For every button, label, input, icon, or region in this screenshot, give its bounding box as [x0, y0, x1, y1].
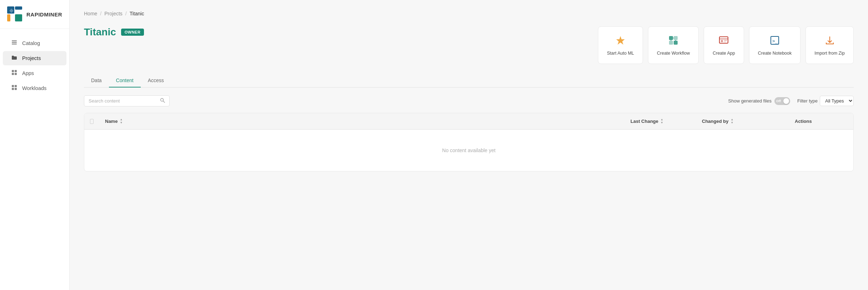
create-notebook-icon: >_: [769, 35, 780, 47]
breadcrumb: Home / Projects / Titanic: [84, 11, 854, 16]
apps-icon: [11, 70, 18, 77]
owner-badge: OWNER: [121, 29, 144, 36]
search-icon: [160, 98, 165, 104]
project-title: Titanic: [84, 26, 116, 38]
svg-rect-24: [719, 37, 728, 43]
search-input[interactable]: [89, 98, 157, 104]
th-name-sort[interactable]: ▲▼: [120, 118, 123, 124]
sidebar-item-catalog-label: Catalog: [22, 40, 40, 46]
th-name: Name ▲▼: [99, 113, 625, 129]
create-notebook-card[interactable]: >_ Create Notebook: [749, 26, 801, 64]
svg-marker-16: [616, 36, 625, 45]
svg-rect-10: [12, 73, 14, 75]
action-cards: Start Auto ML Create Workflow: [598, 26, 854, 64]
th-changed-by-sort[interactable]: ▲▼: [730, 118, 733, 124]
breadcrumb-projects[interactable]: Projects: [104, 11, 123, 16]
empty-table-message: No content available yet: [84, 130, 853, 171]
auto-ml-icon: [615, 35, 626, 47]
start-auto-ml-card[interactable]: Start Auto ML: [598, 26, 643, 64]
create-workflow-label: Create Workflow: [657, 51, 690, 56]
svg-rect-27: [724, 40, 727, 41]
projects-icon: [11, 55, 18, 62]
svg-rect-7: [12, 44, 17, 45]
search-box[interactable]: [84, 95, 170, 106]
breadcrumb-sep1: /: [100, 11, 101, 16]
sidebar-nav: Catalog Projects Apps Workloads: [0, 29, 69, 102]
import-from-zip-icon: [824, 35, 835, 47]
project-title-row: Titanic OWNER: [84, 26, 144, 38]
create-app-icon: [718, 35, 729, 47]
catalog-icon: [11, 40, 18, 47]
create-workflow-icon: [668, 35, 679, 47]
logo-text: RAPIDMINER: [26, 11, 62, 18]
tab-content[interactable]: Content: [109, 74, 141, 88]
table-header: Name ▲▼ Last Change ▲▼ Changed by ▲▼ Act…: [84, 113, 853, 130]
th-name-label: Name: [105, 119, 118, 124]
svg-rect-28: [724, 41, 726, 42]
th-changed-by-label: Changed by: [702, 119, 728, 124]
th-last-change: Last Change ▲▼: [625, 113, 696, 129]
svg-rect-3: [15, 14, 22, 21]
th-last-change-sort[interactable]: ▲▼: [660, 118, 663, 124]
sidebar-item-projects[interactable]: Projects: [3, 51, 66, 65]
svg-rect-1: [15, 6, 22, 10]
show-generated-toggle: Show generated files Off: [728, 97, 790, 105]
th-actions-label: Actions: [795, 119, 812, 124]
svg-rect-18: [674, 36, 678, 40]
tab-access[interactable]: Access: [141, 74, 171, 88]
page-header: Titanic OWNER Start Auto ML: [84, 26, 854, 64]
tab-data[interactable]: Data: [84, 74, 109, 88]
toggle-knob: [783, 98, 789, 104]
svg-rect-26: [721, 40, 723, 42]
svg-rect-11: [15, 73, 17, 75]
sidebar-item-apps[interactable]: Apps: [3, 66, 66, 80]
import-from-zip-label: Import from Zip: [814, 51, 845, 56]
content-toolbar: Show generated files Off Filter type All…: [84, 95, 854, 106]
logo: RAPIDMINER: [0, 0, 69, 29]
create-notebook-label: Create Notebook: [758, 51, 792, 56]
svg-rect-9: [15, 70, 17, 72]
svg-rect-8: [12, 70, 14, 72]
sidebar-item-workloads[interactable]: Workloads: [3, 81, 66, 95]
svg-rect-17: [669, 36, 673, 40]
svg-line-32: [163, 101, 165, 103]
breadcrumb-home[interactable]: Home: [84, 11, 97, 16]
sidebar-item-projects-label: Projects: [22, 55, 41, 61]
main-content: Home / Projects / Titanic Titanic OWNER …: [70, 0, 868, 290]
svg-rect-12: [12, 85, 14, 87]
svg-rect-15: [15, 88, 17, 90]
workloads-icon: [11, 85, 18, 92]
content-table: Name ▲▼ Last Change ▲▼ Changed by ▲▼ Act…: [84, 113, 854, 171]
th-changed-by: Changed by ▲▼: [696, 113, 789, 129]
breadcrumb-sep2: /: [125, 11, 127, 16]
import-from-zip-card[interactable]: Import from Zip: [805, 26, 854, 64]
svg-rect-6: [12, 42, 17, 43]
toggle-label: Off: [776, 99, 781, 103]
svg-rect-20: [674, 41, 678, 45]
filter-type-select[interactable]: All Types: [820, 96, 854, 106]
sidebar-item-workloads-label: Workloads: [22, 85, 46, 91]
toggle-switch[interactable]: Off: [774, 97, 790, 105]
logo-icon: [7, 6, 23, 22]
toolbar-right: Show generated files Off Filter type All…: [728, 96, 854, 106]
sidebar-item-apps-label: Apps: [22, 70, 34, 76]
svg-rect-19: [669, 41, 673, 45]
breadcrumb-current: Titanic: [130, 11, 144, 16]
svg-rect-2: [7, 14, 10, 21]
sidebar: RAPIDMINER Catalog Projects Apps Workloa…: [0, 0, 70, 290]
create-app-label: Create App: [713, 51, 735, 56]
project-tabs: Data Content Access: [84, 74, 854, 88]
create-workflow-card[interactable]: Create Workflow: [648, 26, 699, 64]
th-last-change-label: Last Change: [630, 119, 658, 124]
select-all-checkbox[interactable]: [90, 119, 94, 124]
filter-type-label: Filter type: [797, 98, 818, 104]
th-checkbox: [84, 113, 99, 129]
th-actions: Actions: [789, 113, 853, 129]
svg-text:>_: >_: [772, 38, 778, 44]
start-auto-ml-label: Start Auto ML: [607, 51, 634, 56]
svg-rect-14: [12, 88, 14, 90]
sidebar-item-catalog[interactable]: Catalog: [3, 36, 66, 50]
svg-rect-13: [15, 85, 17, 87]
filter-type: Filter type All Types: [797, 96, 854, 106]
create-app-card[interactable]: Create App: [704, 26, 744, 64]
